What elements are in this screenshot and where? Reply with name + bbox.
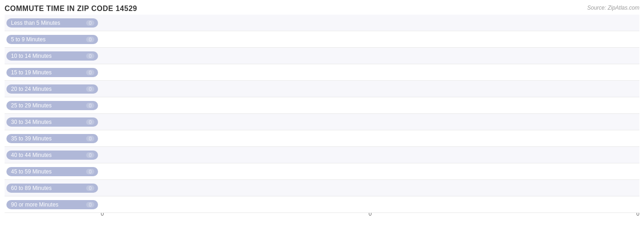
bar-row: 5 to 9 Minutes0	[5, 31, 639, 48]
chart-title: COMMUTE TIME IN ZIP CODE 14529	[5, 5, 639, 13]
bar-label-text: 10 to 14 Minutes	[11, 53, 52, 59]
bar-row: 20 to 24 Minutes0	[5, 81, 639, 97]
bar-track	[98, 163, 639, 179]
bar-row: 35 to 39 Minutes0	[5, 130, 639, 147]
bar-track	[98, 31, 639, 47]
bar-label-text: 35 to 39 Minutes	[11, 135, 52, 142]
bar-row: 10 to 14 Minutes0	[5, 48, 639, 64]
bar-track	[98, 97, 639, 113]
bar-label-pill: 90 or more Minutes0	[6, 200, 98, 209]
bar-label-pill: Less than 5 Minutes0	[6, 18, 98, 28]
bar-label-text: 30 to 34 Minutes	[11, 119, 52, 125]
bar-row: 30 to 34 Minutes0	[5, 114, 639, 130]
bar-label-pill: 5 to 9 Minutes0	[6, 35, 98, 44]
bar-track	[98, 147, 639, 163]
bar-label-text: 25 to 29 Minutes	[11, 102, 52, 109]
bar-value: 0	[86, 185, 94, 191]
bar-row: 60 to 89 Minutes0	[5, 180, 639, 196]
bar-row: 90 or more Minutes0	[5, 196, 639, 213]
bars-section: Less than 5 Minutes05 to 9 Minutes010 to…	[5, 15, 639, 209]
bar-label-pill: 35 to 39 Minutes0	[6, 134, 98, 143]
bar-label-pill: 20 to 24 Minutes0	[6, 84, 98, 94]
chart-area: Less than 5 Minutes05 to 9 Minutes010 to…	[5, 15, 639, 218]
bar-track	[98, 114, 639, 130]
bar-row: 15 to 19 Minutes0	[5, 64, 639, 81]
bar-value: 0	[86, 53, 94, 59]
bar-value: 0	[86, 136, 94, 141]
bar-label-text: 40 to 44 Minutes	[11, 152, 52, 158]
bar-track	[98, 64, 639, 80]
bar-track	[98, 81, 639, 97]
bar-row: 40 to 44 Minutes0	[5, 147, 639, 163]
bar-label-pill: 10 to 14 Minutes0	[6, 51, 98, 61]
bar-track	[98, 180, 639, 196]
bar-label-text: Less than 5 Minutes	[11, 20, 60, 26]
bar-label-text: 45 to 59 Minutes	[11, 168, 52, 175]
bar-label-pill: 40 to 44 Minutes0	[6, 151, 98, 160]
bar-label-text: 60 to 89 Minutes	[11, 185, 52, 191]
bar-label-pill: 45 to 59 Minutes0	[6, 167, 98, 176]
bar-value: 0	[86, 103, 94, 108]
bar-track	[98, 15, 639, 31]
bar-value: 0	[86, 152, 94, 158]
bar-label-pill: 60 to 89 Minutes0	[6, 184, 98, 193]
source-label: Source: ZipAtlas.com	[587, 5, 639, 11]
bar-track	[98, 196, 639, 212]
bar-value: 0	[86, 119, 94, 125]
bar-track	[98, 48, 639, 64]
bar-value: 0	[86, 169, 94, 174]
bar-row: Less than 5 Minutes0	[5, 15, 639, 31]
bar-value: 0	[86, 37, 94, 42]
bar-label-text: 5 to 9 Minutes	[11, 36, 45, 43]
bar-label-pill: 15 to 19 Minutes0	[6, 68, 98, 77]
bar-value: 0	[86, 86, 94, 92]
chart-container: COMMUTE TIME IN ZIP CODE 14529 Source: Z…	[0, 0, 644, 240]
bar-label-text: 15 to 19 Minutes	[11, 69, 52, 76]
bar-label-pill: 25 to 29 Minutes0	[6, 101, 98, 110]
bar-row: 25 to 29 Minutes0	[5, 97, 639, 114]
bar-value: 0	[86, 70, 94, 75]
bar-label-pill: 30 to 34 Minutes0	[6, 117, 98, 127]
bar-label-text: 20 to 24 Minutes	[11, 86, 52, 92]
bar-label-text: 90 or more Minutes	[11, 201, 58, 208]
bar-track	[98, 130, 639, 146]
bar-row: 45 to 59 Minutes0	[5, 163, 639, 180]
bar-value: 0	[86, 20, 94, 26]
bar-value: 0	[86, 202, 94, 207]
